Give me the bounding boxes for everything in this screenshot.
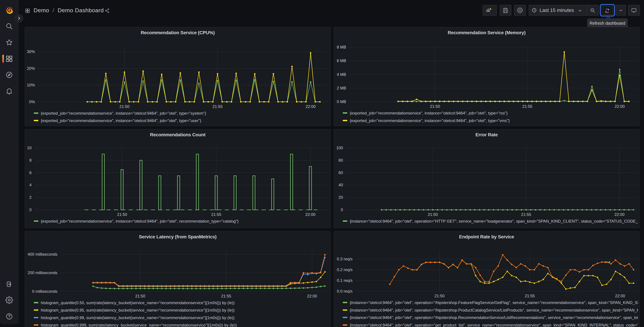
- svg-text:8 MB: 8 MB: [337, 45, 346, 49]
- svg-text:21:50: 21:50: [430, 104, 440, 108]
- svg-text:0: 0: [30, 208, 32, 212]
- svg-text:21:50: 21:50: [428, 212, 438, 217]
- svg-text:21:55: 21:55: [521, 212, 531, 217]
- svg-text:0.3 req/s: 0.3 req/s: [337, 257, 352, 261]
- svg-text:21:50: 21:50: [135, 294, 145, 298]
- svg-text:200 milliseconds: 200 milliseconds: [28, 270, 58, 275]
- svg-text:10%: 10%: [27, 83, 35, 87]
- svg-text:21:50: 21:50: [119, 104, 130, 109]
- svg-text:22:00: 22:00: [307, 294, 317, 298]
- svg-text:60: 60: [338, 170, 343, 175]
- svg-text:0 milliseconds: 0 milliseconds: [32, 289, 58, 294]
- svg-text:100: 100: [336, 146, 343, 150]
- svg-text:40: 40: [338, 183, 343, 187]
- svg-text:21:55: 21:55: [211, 212, 221, 217]
- svg-text:20: 20: [338, 195, 343, 200]
- svg-text:21:55: 21:55: [212, 104, 222, 109]
- svg-text:0.1 req/s: 0.1 req/s: [337, 278, 352, 283]
- svg-text:0.2 req/s: 0.2 req/s: [337, 268, 352, 272]
- svg-text:0.0 req/s: 0.0 req/s: [337, 289, 352, 294]
- svg-text:2 MB: 2 MB: [337, 86, 346, 90]
- svg-text:10: 10: [27, 146, 32, 150]
- svg-text:21:55: 21:55: [522, 104, 532, 108]
- svg-text:20%: 20%: [27, 66, 35, 71]
- svg-text:8: 8: [30, 158, 32, 162]
- svg-text:21:55: 21:55: [221, 294, 231, 298]
- svg-text:22:00: 22:00: [306, 212, 316, 217]
- svg-text:0%: 0%: [29, 100, 35, 104]
- svg-text:22:00: 22:00: [306, 104, 316, 109]
- svg-text:4: 4: [30, 183, 32, 187]
- svg-text:0 MB: 0 MB: [337, 100, 346, 104]
- svg-text:30%: 30%: [27, 49, 35, 54]
- svg-text:400 milliseconds: 400 milliseconds: [28, 252, 58, 256]
- svg-text:6: 6: [30, 170, 32, 175]
- svg-text:4 MB: 4 MB: [337, 72, 346, 77]
- svg-text:80: 80: [338, 158, 343, 162]
- svg-text:21:50: 21:50: [434, 294, 444, 298]
- svg-text:21:55: 21:55: [525, 294, 535, 298]
- svg-text:2: 2: [30, 195, 32, 200]
- svg-text:22:00: 22:00: [614, 212, 624, 217]
- svg-text:0: 0: [341, 208, 343, 212]
- svg-text:21:50: 21:50: [117, 212, 127, 217]
- svg-text:22:00: 22:00: [615, 294, 625, 298]
- svg-text:6 MB: 6 MB: [337, 58, 346, 63]
- svg-text:22:00: 22:00: [614, 104, 625, 108]
